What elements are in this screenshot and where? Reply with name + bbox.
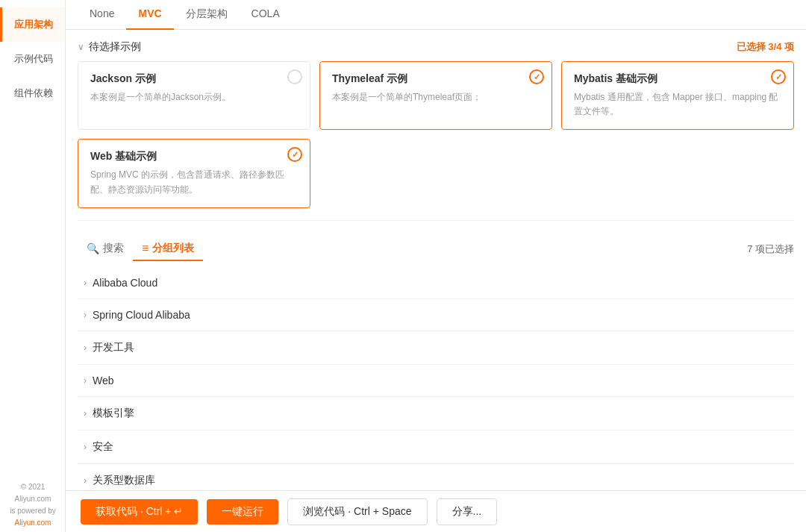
example-card-web[interactable]: Web 基础示例 Spring MVC 的示例，包含普通请求、路径参数匹配、静态…: [78, 139, 310, 207]
example-card-desc: Spring MVC 的示例，包含普通请求、路径参数匹配、静态资源访问等功能。: [90, 168, 298, 196]
example-card-thymeleaf[interactable]: Thymeleaf 示例 本案例是一个简单的Thymeleaf页面；: [319, 61, 552, 130]
example-card-title: Thymeleaf 示例: [332, 72, 540, 86]
chevron-right-icon: ›: [84, 342, 87, 353]
example-check-jackson[interactable]: [287, 69, 302, 84]
footer: 获取代码 · Ctrl + ↵ 一键运行 浏览代码 · Ctrl + Space…: [66, 490, 806, 532]
deps-selected-count: 7 项已选择: [747, 242, 794, 256]
dep-group-web[interactable]: › Web: [78, 365, 794, 397]
dep-group-spring-cloud-alibaba[interactable]: › Spring Cloud Alibaba: [78, 299, 794, 331]
deps-groups-list: › Alibaba Cloud › Spring Cloud Alibaba ›…: [78, 267, 794, 498]
sidebar-item-dependencies[interactable]: 组件依赖: [0, 76, 65, 110]
scroll-area: ∨ 待选择示例 已选择 3/4 项 Jackson 示例 本案例是一个简单的Ja…: [66, 30, 806, 532]
chevron-right-icon: ›: [84, 408, 87, 419]
deps-tabs: 🔍 搜索 ≡ 分组列表: [78, 237, 203, 261]
example-card-desc: 本案例是一个简单的Thymeleaf页面；: [332, 90, 540, 104]
examples-chevron-icon: ∨: [78, 42, 84, 52]
list-icon: ≡: [142, 242, 149, 255]
examples-section-title[interactable]: ∨ 待选择示例: [78, 40, 141, 54]
example-card-jackson[interactable]: Jackson 示例 本案例是一个简单的Jackson示例。: [78, 61, 310, 130]
sidebar-item-example-code[interactable]: 示例代码: [0, 42, 65, 76]
example-check-web[interactable]: [287, 147, 302, 162]
tabs-bar: None MVC 分层架构 COLA: [66, 0, 806, 30]
deps-tab-grouped[interactable]: ≡ 分组列表: [133, 237, 203, 261]
section-divider: [78, 220, 794, 221]
tab-cola[interactable]: COLA: [240, 0, 292, 30]
one-click-run-button[interactable]: 一键运行: [207, 499, 278, 525]
example-card-title: Jackson 示例: [90, 72, 298, 86]
search-icon: 🔍: [87, 242, 99, 254]
share-button[interactable]: 分享...: [437, 498, 498, 525]
sidebar-item-architecture[interactable]: 应用架构: [0, 7, 65, 42]
sidebar: 应用架构 示例代码 组件依赖 © 2021 Aliyun.com is powe…: [0, 0, 66, 532]
example-card-title: Mybatis 基础示例: [574, 72, 781, 86]
deps-section-header: 🔍 搜索 ≡ 分组列表 7 项已选择: [78, 227, 794, 267]
chevron-right-icon: ›: [84, 475, 87, 486]
branding-link[interactable]: Aliyun.com: [15, 519, 51, 527]
tab-mvc[interactable]: MVC: [126, 0, 173, 30]
examples-count: 已选择 3/4 项: [737, 40, 794, 54]
get-code-button[interactable]: 获取代码 · Ctrl + ↵: [81, 499, 198, 525]
chevron-right-icon: ›: [84, 375, 87, 386]
tab-layered[interactable]: 分层架构: [174, 0, 240, 30]
example-check-thymeleaf[interactable]: [529, 69, 544, 84]
example-card-desc: 本案例是一个简单的Jackson示例。: [90, 90, 298, 104]
browse-code-button[interactable]: 浏览代码 · Ctrl + Space: [287, 498, 427, 525]
chevron-right-icon: ›: [84, 442, 87, 452]
dep-group-security[interactable]: › 安全: [78, 431, 794, 464]
example-card-title: Web 基础示例: [90, 150, 298, 163]
examples-grid: Jackson 示例 本案例是一个简单的Jackson示例。 Thymeleaf…: [78, 61, 794, 208]
dep-group-template-engine[interactable]: › 模板引擎: [78, 397, 794, 431]
main-content: None MVC 分层架构 COLA ∨ 待选择示例 已选择 3/4 项: [66, 0, 806, 532]
example-card-mybatis[interactable]: Mybatis 基础示例 Mybatis 通用配置，包含 Mapper 接口、m…: [561, 61, 794, 130]
tab-none[interactable]: None: [78, 0, 126, 30]
deps-tab-search[interactable]: 🔍 搜索: [78, 237, 133, 261]
example-check-mybatis[interactable]: [771, 69, 786, 84]
dep-group-alibaba-cloud[interactable]: › Alibaba Cloud: [78, 267, 794, 299]
chevron-right-icon: ›: [84, 310, 87, 320]
dep-group-dev-tools[interactable]: › 开发工具: [78, 331, 794, 365]
footer-branding: © 2021 Aliyun.com is powered by Aliyun.c…: [0, 478, 66, 532]
examples-section-header: ∨ 待选择示例 已选择 3/4 项: [78, 30, 794, 61]
chevron-right-icon: ›: [84, 278, 87, 288]
example-card-desc: Mybatis 通用配置，包含 Mapper 接口、mapping 配置文件等。: [574, 90, 781, 119]
